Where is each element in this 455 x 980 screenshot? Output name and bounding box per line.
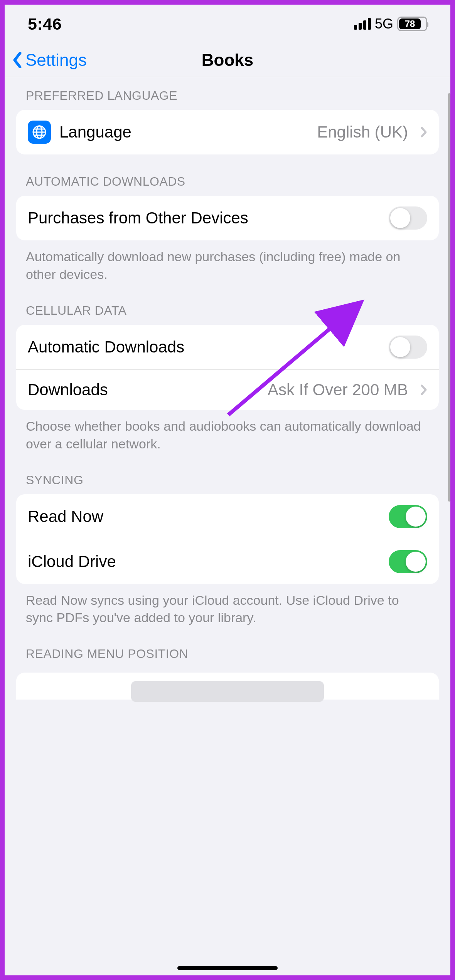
segment-left[interactable] <box>133 683 227 700</box>
section-header-reading-menu: READING MENU POSITION <box>5 647 450 661</box>
status-bar: 5:46 5G 78 <box>5 5 450 43</box>
cellular-auto-label: Automatic Downloads <box>28 338 380 356</box>
purchases-toggle[interactable] <box>389 206 427 230</box>
group-language: Language English (UK) <box>16 110 439 154</box>
cellular-downloads-value: Ask If Over 200 MB <box>268 381 408 399</box>
row-icloud-drive: iCloud Drive <box>16 539 439 584</box>
signal-icon <box>354 18 371 30</box>
auto-downloads-footer: Automatically download new purchases (in… <box>5 240 450 284</box>
row-purchases-other-devices: Purchases from Other Devices <box>16 196 439 240</box>
battery-icon: 78 <box>397 17 427 31</box>
row-read-now: Read Now <box>16 494 439 539</box>
chevron-right-icon <box>420 384 427 396</box>
scrollbar-thumb[interactable] <box>448 93 450 502</box>
purchases-label: Purchases from Other Devices <box>28 209 380 227</box>
globe-icon <box>28 121 51 144</box>
status-time: 5:46 <box>28 15 62 34</box>
group-syncing: Read Now iCloud Drive <box>16 494 439 584</box>
icloud-drive-toggle[interactable] <box>389 550 427 573</box>
segment-right[interactable] <box>228 683 322 700</box>
cellular-auto-toggle[interactable] <box>389 336 427 359</box>
chevron-left-icon <box>12 52 22 68</box>
device-screen: 5:46 5G 78 Settings Books PREFERRED LANG… <box>2 2 453 978</box>
language-label: Language <box>59 123 308 141</box>
reading-menu-segmented[interactable] <box>131 681 324 702</box>
row-cellular-auto: Automatic Downloads <box>16 325 439 369</box>
nav-bar: Settings Books <box>5 43 450 77</box>
scroll-view[interactable]: PREFERRED LANGUAGE Language English (UK) <box>5 77 450 975</box>
back-button[interactable]: Settings <box>12 50 87 70</box>
section-header-cellular: CELLULAR DATA <box>5 304 450 318</box>
back-label: Settings <box>25 50 87 70</box>
language-value: English (UK) <box>317 123 408 141</box>
row-language[interactable]: Language English (UK) <box>16 110 439 154</box>
network-type: 5G <box>375 16 393 32</box>
reading-menu-preview <box>16 673 439 700</box>
page-title: Books <box>202 50 253 70</box>
read-now-toggle[interactable] <box>389 505 427 528</box>
icloud-drive-label: iCloud Drive <box>28 552 380 571</box>
chevron-right-icon <box>420 126 427 138</box>
read-now-label: Read Now <box>28 507 380 526</box>
row-cellular-downloads[interactable]: Downloads Ask If Over 200 MB <box>16 369 439 410</box>
cellular-footer: Choose whether books and audiobooks can … <box>5 410 450 453</box>
section-header-syncing: SYNCING <box>5 473 450 487</box>
cellular-downloads-label: Downloads <box>28 381 259 399</box>
group-auto-downloads: Purchases from Other Devices <box>16 196 439 240</box>
status-right: 5G 78 <box>354 16 427 32</box>
section-header-auto-downloads: AUTOMATIC DOWNLOADS <box>5 175 450 189</box>
syncing-footer: Read Now syncs using your iCloud account… <box>5 584 450 627</box>
section-header-language: PREFERRED LANGUAGE <box>5 89 450 103</box>
group-cellular: Automatic Downloads Downloads Ask If Ove… <box>16 325 439 410</box>
battery-percent: 78 <box>399 18 421 29</box>
home-indicator <box>177 966 278 970</box>
